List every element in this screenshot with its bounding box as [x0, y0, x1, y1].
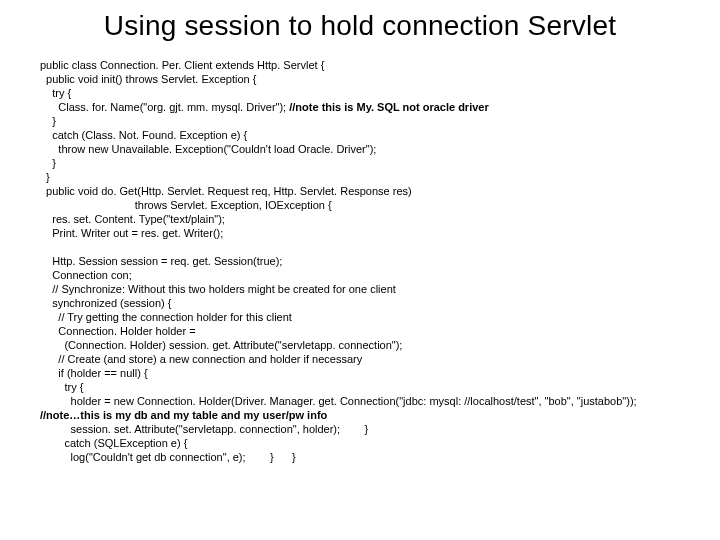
code-line: (Connection. Holder) session. get. Attri…: [40, 339, 402, 351]
code-line: Http. Session session = req. get. Sessio…: [40, 255, 282, 267]
code-block: public class Connection. Per. Client ext…: [40, 58, 700, 464]
code-comment-bold: //note…this is my db and my table and my…: [40, 409, 327, 421]
code-line: holder = new Connection. Holder(Driver. …: [40, 395, 637, 407]
code-line: }: [40, 115, 56, 127]
code-line: catch (SQLException e) {: [40, 437, 187, 449]
code-line: try {: [40, 87, 71, 99]
code-line: Print. Writer out = res. get. Writer();: [40, 227, 223, 239]
code-line: if (holder == null) {: [40, 367, 148, 379]
slide-title: Using session to hold connection Servlet: [0, 10, 720, 42]
code-line: Connection con;: [40, 269, 132, 281]
code-line: Connection. Holder holder =: [40, 325, 196, 337]
code-line: // Try getting the connection holder for…: [40, 311, 292, 323]
code-line: session. set. Attribute("servletapp. con…: [40, 423, 368, 435]
code-line: }: [40, 171, 50, 183]
code-line: public void do. Get(Http. Servlet. Reque…: [40, 185, 412, 197]
code-line: // Create (and store) a new connection a…: [40, 353, 362, 365]
slide: Using session to hold connection Servlet…: [0, 0, 720, 540]
code-line: log("Couldn't get db connection", e); } …: [40, 451, 296, 463]
code-line: catch (Class. Not. Found. Exception e) {: [40, 129, 247, 141]
code-line: // Synchronize: Without this two holders…: [40, 283, 396, 295]
code-line: res. set. Content. Type("text/plain");: [40, 213, 225, 225]
code-line: throws Servlet. Exception, IOException {: [40, 199, 332, 211]
code-line: Class. for. Name("org. gjt. mm. mysql. D…: [40, 101, 289, 113]
code-line: throw new Unavailable. Exception("Couldn…: [40, 143, 376, 155]
code-line: try {: [40, 381, 83, 393]
code-line: public void init() throws Servlet. Excep…: [40, 73, 256, 85]
code-line: public class Connection. Per. Client ext…: [40, 59, 324, 71]
code-line: }: [40, 157, 56, 169]
code-comment-bold: //note this is My. SQL not oracle driver: [289, 101, 488, 113]
code-line: synchronized (session) {: [40, 297, 171, 309]
